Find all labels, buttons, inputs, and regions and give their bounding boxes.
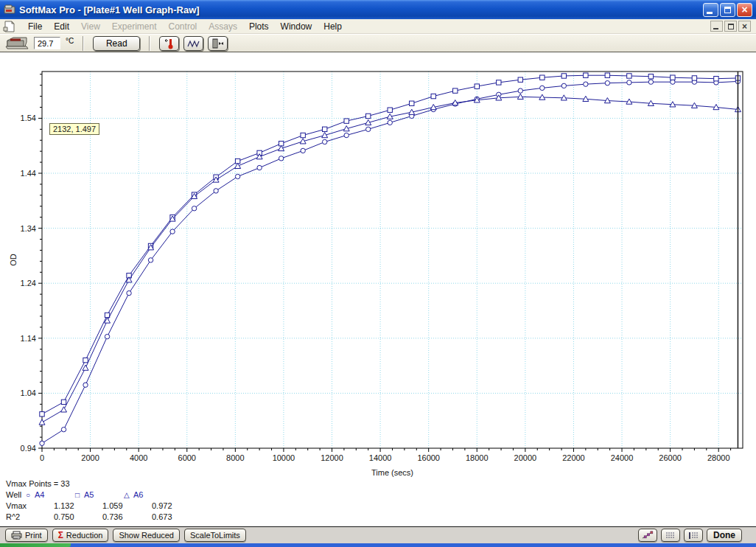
mdi-close-button[interactable]: × [738, 21, 751, 32]
y-tick-label: 0.94 [21, 444, 36, 453]
data-point-marker [301, 133, 305, 137]
toolbar-separator [149, 36, 150, 51]
print-button-label: Print [25, 531, 42, 540]
plate-drawer-icon [211, 38, 225, 49]
data-point-marker [83, 383, 88, 387]
data-point-marker [671, 80, 675, 84]
data-point-marker [648, 80, 653, 84]
menu-plots[interactable]: Plots [243, 20, 275, 33]
well-name-a5[interactable]: A5 [84, 490, 94, 499]
series-line-A4 [42, 81, 738, 443]
thermometer-button[interactable] [159, 36, 179, 51]
read-button[interactable]: Read [93, 36, 140, 51]
menu-window[interactable]: Window [275, 20, 318, 33]
data-point-marker [61, 400, 66, 404]
data-point-marker [148, 258, 153, 262]
y-tick-label: 1.04 [21, 389, 36, 397]
start-button-edge[interactable] [0, 543, 71, 547]
minimize-icon [707, 12, 713, 14]
x-tick-label: 14000 [369, 453, 392, 462]
series-line-A5 [42, 75, 738, 414]
vmax-value-a4: 1.132 [54, 501, 74, 510]
data-point-marker [671, 75, 675, 80]
y-axis-title: OD [9, 254, 18, 266]
menu-help[interactable]: Help [318, 20, 348, 33]
plate-reader-icon [4, 36, 29, 51]
temperature-field[interactable]: 29.7 [34, 37, 60, 49]
square-marker-icon: □ [75, 491, 80, 499]
data-point-marker [410, 101, 414, 105]
well-name-a4[interactable]: A4 [35, 490, 44, 499]
data-point-marker [83, 358, 88, 362]
x-tick-label: 4000 [130, 453, 147, 462]
data-point-marker [344, 119, 349, 123]
table-grid-icon [688, 532, 699, 540]
instrument-toolbar: 29.7 °C Read [0, 34, 756, 52]
taskbar-edge[interactable] [0, 543, 756, 547]
minimize-button[interactable] [703, 3, 718, 17]
x-tick-label: 24000 [611, 453, 634, 462]
data-point-marker [388, 120, 392, 125]
title-bar[interactable]: SoftMax Pro - [Plate#1 Well Graph-Raw] × [0, 0, 756, 19]
graph-options-button[interactable] [638, 529, 657, 542]
x-tick-label: 20000 [514, 453, 537, 462]
cursor-readout-tooltip: 2132, 1.497 [49, 123, 99, 135]
data-point-marker [388, 108, 392, 112]
y-tick-label: 1.54 [21, 114, 36, 122]
data-point-marker [561, 83, 566, 88]
bottom-toolbar: Print Σ Reduction Show Reduced ScaleToLi… [0, 526, 756, 543]
menu-file[interactable]: File [22, 20, 48, 33]
data-point-marker [322, 127, 326, 131]
data-point-marker [648, 74, 653, 79]
x-tick-label: 8000 [226, 453, 244, 462]
data-point-marker [214, 189, 218, 193]
spectrum-button[interactable] [183, 36, 203, 51]
plate-grid-button[interactable] [661, 529, 680, 542]
well-name-a6[interactable]: A6 [133, 490, 143, 499]
data-point-marker [584, 82, 588, 86]
close-button[interactable]: × [737, 3, 752, 17]
x-tick-label: 0 [40, 453, 44, 462]
mdi-minimize-button[interactable] [710, 21, 723, 32]
mdi-restore-button[interactable] [724, 21, 737, 32]
sigma-icon: Σ [58, 530, 63, 540]
r2-value-a6: 0.673 [152, 512, 172, 521]
scale-to-limits-button[interactable]: ScaleToLimits [184, 529, 246, 542]
data-point-marker [235, 163, 241, 168]
y-tick-label: 1.44 [21, 169, 36, 178]
triangle-marker-icon: △ [124, 491, 130, 499]
show-reduced-button[interactable]: Show Reduced [113, 529, 180, 542]
data-point-marker [561, 74, 566, 78]
document-icon [3, 21, 16, 32]
vmax-value-a6: 0.972 [152, 501, 172, 510]
data-point-marker [322, 139, 326, 144]
data-point-marker [518, 88, 522, 93]
application-window: SoftMax Pro - [Plate#1 Well Graph-Raw] ×… [0, 0, 756, 547]
mini-graph-icon [642, 531, 654, 540]
data-point-marker [366, 127, 371, 131]
data-point-marker [39, 419, 45, 425]
data-point-marker [61, 407, 67, 412]
menu-bar: File Edit View Experiment Control Assays… [0, 19, 756, 34]
vmax-row-label: Vmax [6, 501, 27, 510]
well-row-label: Well [6, 490, 21, 499]
data-point-marker [127, 290, 131, 295]
done-button[interactable]: Done [707, 529, 742, 542]
x-tick-label: 22000 [562, 453, 585, 462]
reduction-button-label: Reduction [66, 531, 103, 540]
data-point-marker [584, 73, 588, 77]
x-axis-title: Time (secs) [371, 468, 413, 477]
y-tick-label: 1.24 [21, 279, 36, 288]
data-point-marker [627, 80, 631, 85]
data-point-marker [279, 156, 283, 161]
table-view-button[interactable] [684, 529, 703, 542]
window-title: SoftMax Pro - [Plate#1 Well Graph-Raw] [19, 4, 699, 15]
x-tick-label: 10000 [273, 453, 295, 462]
print-button[interactable]: Print [5, 529, 48, 542]
softmax-app-icon [4, 4, 15, 15]
close-icon: × [742, 22, 747, 31]
reduction-button[interactable]: Σ Reduction [52, 529, 109, 542]
drawer-button[interactable] [208, 36, 228, 51]
menu-edit[interactable]: Edit [48, 20, 75, 33]
restore-button[interactable] [720, 3, 735, 17]
